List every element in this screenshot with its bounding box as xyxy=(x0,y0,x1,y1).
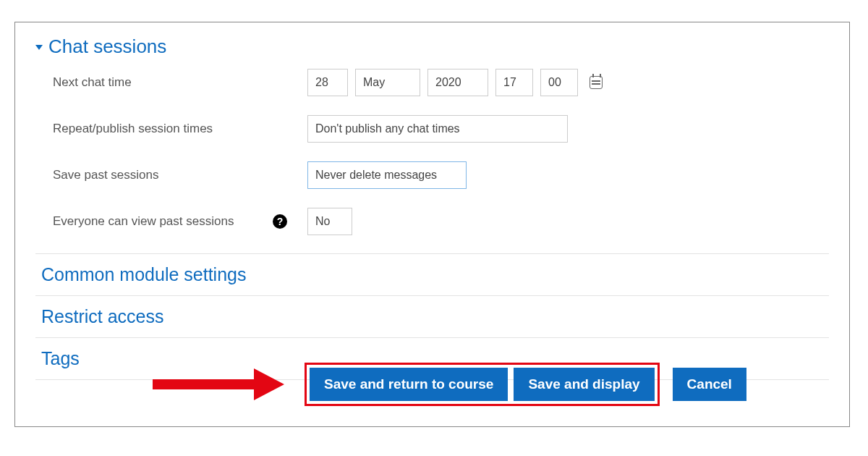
hour-select[interactable]: 17 xyxy=(495,69,533,96)
day-select[interactable]: 28 xyxy=(307,69,348,96)
month-select[interactable]: May xyxy=(355,69,420,96)
row-everyone-view: Everyone can view past sessions ? No xyxy=(53,207,829,236)
minute-select[interactable]: 00 xyxy=(540,69,578,96)
row-save-past: Save past sessions Never delete messages xyxy=(53,161,829,190)
help-icon[interactable]: ? xyxy=(273,214,287,229)
label-save-past: Save past sessions xyxy=(53,168,307,182)
annotation-highlight-box: Save and return to course Save and displ… xyxy=(305,363,660,406)
divider xyxy=(35,295,829,296)
chat-sessions-header[interactable]: Chat sessions xyxy=(35,35,829,58)
label-next-chat-time: Next chat time xyxy=(53,75,307,90)
row-next-chat-time: Next chat time 28 May 2020 17 00 xyxy=(53,68,829,97)
footer-buttons: Save and return to course Save and displ… xyxy=(44,363,829,406)
settings-panel: Chat sessions Next chat time 28 May 2020… xyxy=(14,22,850,427)
chat-sessions-title: Chat sessions xyxy=(48,35,166,58)
year-select[interactable]: 2020 xyxy=(427,69,488,96)
restrict-access-header[interactable]: Restrict access xyxy=(41,306,829,327)
row-repeat: Repeat/publish session times Don't publi… xyxy=(53,114,829,143)
label-repeat: Repeat/publish session times xyxy=(53,122,307,136)
divider xyxy=(35,337,829,338)
everyone-view-select[interactable]: No xyxy=(307,208,352,235)
calendar-icon[interactable] xyxy=(590,76,603,89)
label-everyone-view: Everyone can view past sessions ? xyxy=(53,214,307,229)
datetime-group: 28 May 2020 17 00 xyxy=(307,69,603,96)
save-past-select[interactable]: Never delete messages xyxy=(307,161,467,189)
save-and-display-button[interactable]: Save and display xyxy=(514,368,654,401)
common-module-settings-header[interactable]: Common module settings xyxy=(41,264,829,285)
annotation-arrow-icon xyxy=(153,368,284,400)
divider xyxy=(35,253,829,254)
label-everyone-view-text: Everyone can view past sessions xyxy=(53,214,234,229)
repeat-select[interactable]: Don't publish any chat times xyxy=(307,115,568,143)
save-and-return-button[interactable]: Save and return to course xyxy=(310,368,508,401)
cancel-button[interactable]: Cancel xyxy=(673,368,746,401)
caret-down-icon xyxy=(35,45,43,50)
